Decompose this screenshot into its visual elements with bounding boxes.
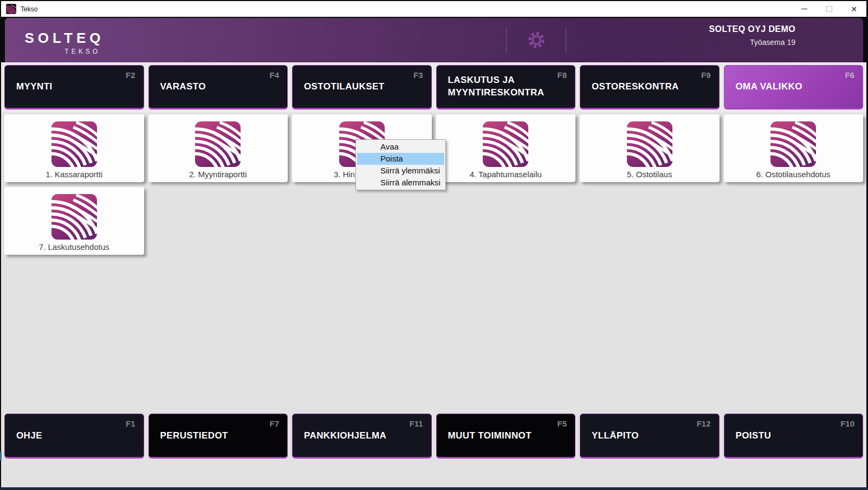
context-menu: AvaaPoistaSiirrä ylemmäksiSiirrä alemmak… (355, 139, 446, 190)
tile-label: OSTORESKONTRA (592, 81, 688, 93)
tekso-window: Tekso ✕ SOLTEQ TEKSO SOLTEQ OYJ DEMO Työ… (0, 0, 868, 490)
workstation-label: Työasema 19 (709, 38, 796, 47)
minimize-icon (801, 9, 807, 9)
shortcut-card-1-kassaraportti[interactable]: 1. Kassaraportti (4, 114, 144, 182)
window-title: Tekso (21, 5, 37, 13)
card-label: 6. Ostotilausehdotus (756, 170, 831, 179)
menu-tile-myynti[interactable]: MYYNTI F2 (4, 65, 144, 109)
window-titlebar: Tekso ✕ (1, 1, 866, 17)
bottom-edge-band (0, 487, 868, 490)
brand-tekso-text: TEKSO (21, 48, 108, 55)
minimize-button[interactable] (792, 1, 817, 17)
menu-tile-pankkiohjelma[interactable]: PANKKIOHJELMA F11 (292, 414, 432, 459)
session-info: SOLTEQ OYJ DEMO Työasema 19 (709, 24, 796, 47)
maximize-button[interactable] (817, 1, 841, 17)
tile-label: OSTOTILAUKSET (304, 81, 400, 93)
shortcut-card-7-laskutusehdotus[interactable]: 7. Laskutusehdotus (4, 187, 144, 255)
card-label: 1. Kassaraportti (46, 170, 102, 179)
settings-button[interactable] (506, 27, 566, 53)
shortcut-card-2-myyntiraportti[interactable]: 2. Myyntiraportti (148, 114, 288, 182)
context-menu-item-siirrä-ylemmäksi[interactable]: Siirrä ylemmäksi (357, 165, 444, 177)
menu-tile-varasto[interactable]: VARASTO F4 (148, 65, 288, 109)
tile-label: POISTU (736, 429, 832, 442)
tile-label: LASKUTUS JA MYYNTIRESKONTRA (448, 74, 544, 99)
tile-fkey-badge: F12 (697, 419, 711, 428)
context-menu-item-avaa[interactable]: Avaa (357, 141, 444, 153)
tile-fkey-badge: F2 (126, 70, 135, 80)
menu-tile-poistu[interactable]: POISTU F10 (724, 414, 864, 459)
tile-fkey-badge: F6 (845, 70, 854, 80)
tile-label: YLLÄPITO (592, 429, 688, 442)
shortcut-card-5-ostotilaus[interactable]: 5. Ostotilaus (580, 114, 720, 182)
brand-solteq-text: SOLTEQ (21, 30, 108, 47)
menu-tile-ohje[interactable]: OHJE F1 (4, 414, 144, 459)
tile-fkey-badge: F11 (409, 419, 423, 428)
solteq-logo-icon (51, 194, 97, 240)
tile-fkey-badge: F3 (413, 70, 423, 80)
solteq-logo-icon (770, 121, 816, 167)
tile-fkey-badge: F5 (557, 419, 567, 428)
solteq-logo-icon (483, 121, 528, 167)
solteq-logo-icon (51, 121, 97, 167)
menu-tile-laskutus-ja-myyntireskontra[interactable]: LASKUTUS JA MYYNTIRESKONTRA F8 (436, 65, 576, 109)
solteq-logo-icon (627, 121, 672, 167)
solteq-logo-icon (195, 121, 241, 167)
tile-fkey-badge: F8 (557, 70, 567, 80)
shortcut-card-4-tapahtumaselailu[interactable]: 4. Tapahtumaselailu (436, 114, 576, 182)
gear-icon (526, 30, 547, 50)
menu-tile-oma-valikko[interactable]: OMA VALIKKO F6 (724, 65, 864, 109)
menu-tile-ylläpito[interactable]: YLLÄPITO F12 (580, 414, 720, 459)
card-label: 2. Myyntiraportti (189, 170, 247, 179)
menu-tile-ostotilaukset[interactable]: OSTOTILAUKSET F3 (292, 65, 432, 109)
tile-label: MUUT TOIMINNOT (448, 429, 544, 442)
tile-label: PANKKIOHJELMA (304, 429, 400, 442)
tile-fkey-badge: F4 (269, 70, 279, 80)
tile-fkey-badge: F9 (701, 70, 711, 80)
menu-tile-perustiedot[interactable]: PERUSTIEDOT F7 (148, 414, 288, 459)
maximize-icon (826, 6, 832, 12)
tile-label: OMA VALIKKO (736, 81, 832, 93)
tile-fkey-badge: F10 (840, 419, 854, 428)
card-label: 7. Laskutusehdotus (39, 242, 109, 252)
app-logo-icon (6, 4, 16, 14)
tile-fkey-badge: F7 (269, 419, 279, 428)
tile-label: MYYNTI (16, 81, 112, 93)
tile-label: PERUSTIEDOT (160, 429, 256, 442)
menu-tile-muut-toiminnot[interactable]: MUUT TOIMINNOT F5 (436, 414, 576, 459)
shortcut-card-6-ostotilausehdotus[interactable]: 6. Ostotilausehdotus (724, 114, 864, 182)
card-label: 4. Tapahtumaselailu (470, 170, 542, 179)
close-icon: ✕ (851, 5, 857, 13)
menu-tile-ostoreskontra[interactable]: OSTORESKONTRA F9 (580, 65, 720, 109)
background-window-sliver (0, 452, 2, 461)
card-label: 5. Ostotilaus (627, 170, 672, 179)
company-name: SOLTEQ OYJ DEMO (709, 24, 796, 34)
tile-label: OHJE (16, 429, 112, 442)
context-menu-item-poista[interactable]: Poista (357, 153, 444, 165)
tile-label: VARASTO (160, 81, 256, 93)
tile-fkey-badge: F1 (126, 419, 135, 428)
solteq-brand-wordmark: SOLTEQ TEKSO (21, 30, 108, 55)
top-menu-row: MYYNTI F2 VARASTO F4 OSTOTILAUKSET F3 LA… (4, 65, 863, 109)
context-menu-item-siirrä-alemmaksi[interactable]: Siirrä alemmaksi (357, 177, 444, 189)
card-label: 3. Hin (334, 170, 355, 179)
app-header: SOLTEQ TEKSO SOLTEQ OYJ DEMO Työasema 19 (5, 18, 863, 62)
close-button[interactable]: ✕ (841, 1, 866, 17)
bottom-menu-row: OHJE F1 PERUSTIEDOT F7 PANKKIOHJELMA F11… (4, 414, 863, 459)
